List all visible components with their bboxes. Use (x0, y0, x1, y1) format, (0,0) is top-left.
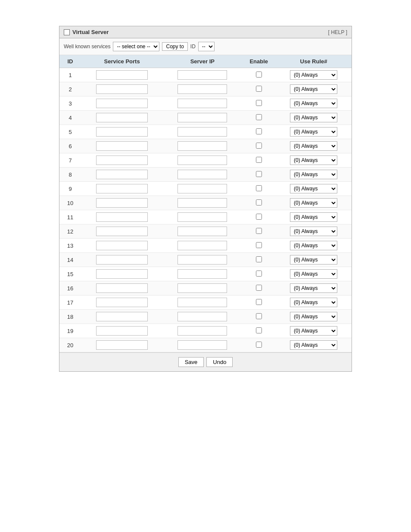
use-rule-select[interactable]: (0) Always (290, 113, 337, 122)
use-rule-select[interactable]: (0) Always (290, 198, 337, 208)
enable-checkbox[interactable] (256, 271, 262, 277)
row-id: 11 (59, 210, 81, 224)
server-ip-input[interactable] (177, 212, 227, 222)
use-rule-select[interactable]: (0) Always (290, 141, 337, 151)
save-button[interactable]: Save (178, 357, 204, 367)
enable-checkbox[interactable] (256, 128, 262, 134)
server-ip-input[interactable] (177, 70, 227, 80)
use-rule-select[interactable]: (0) Always (290, 241, 337, 250)
use-rule-select[interactable]: (0) Always (290, 212, 337, 222)
server-ip-input[interactable] (177, 113, 227, 122)
id-label: ID (190, 44, 196, 50)
server-ip-input[interactable] (177, 283, 227, 293)
service-ports-cell (81, 210, 163, 224)
server-ip-input[interactable] (177, 255, 227, 264)
server-ip-input[interactable] (177, 156, 227, 165)
enable-checkbox[interactable] (256, 72, 262, 78)
enable-checkbox[interactable] (256, 114, 262, 120)
enable-checkbox[interactable] (256, 185, 262, 191)
service-ports-input[interactable] (96, 70, 148, 80)
service-ports-input[interactable] (96, 170, 148, 179)
service-ports-input[interactable] (96, 99, 148, 108)
server-ip-input[interactable] (177, 141, 227, 151)
server-ip-input[interactable] (177, 326, 227, 336)
use-rule-select[interactable]: (0) Always (290, 269, 337, 279)
service-ports-input[interactable] (96, 283, 148, 293)
table-row: 3(0) Always (59, 96, 352, 111)
use-rule-select[interactable]: (0) Always (290, 298, 337, 307)
server-ip-input[interactable] (177, 84, 227, 94)
server-ip-input[interactable] (177, 198, 227, 208)
service-ports-cell (81, 82, 163, 96)
service-ports-input[interactable] (96, 84, 148, 94)
use-rule-select[interactable]: (0) Always (290, 312, 337, 321)
table-row: 13(0) Always (59, 239, 352, 253)
use-rule-cell: (0) Always (276, 139, 352, 153)
use-rule-cell: (0) Always (276, 111, 352, 125)
undo-button[interactable]: Undo (206, 357, 233, 367)
use-rule-select[interactable]: (0) Always (290, 255, 337, 264)
use-rule-cell: (0) Always (276, 182, 352, 196)
service-ports-cell (81, 281, 163, 296)
server-ip-input[interactable] (177, 127, 227, 137)
use-rule-select[interactable]: (0) Always (290, 170, 337, 179)
server-ip-input[interactable] (177, 241, 227, 250)
service-ports-input[interactable] (96, 326, 148, 336)
use-rule-select[interactable]: (0) Always (290, 84, 337, 94)
enable-checkbox[interactable] (256, 299, 262, 305)
use-rule-select[interactable]: (0) Always (290, 326, 337, 336)
help-link[interactable]: [ HELP ] (328, 29, 347, 35)
server-ip-input[interactable] (177, 227, 227, 236)
use-rule-select[interactable]: (0) Always (290, 99, 337, 108)
enable-checkbox[interactable] (256, 214, 262, 220)
id-select[interactable]: -- (198, 42, 215, 51)
service-ports-cell (81, 168, 163, 182)
enable-checkbox[interactable] (256, 242, 262, 248)
enable-checkbox[interactable] (256, 342, 262, 348)
server-ip-input[interactable] (177, 269, 227, 279)
service-ports-input[interactable] (96, 184, 148, 193)
enable-checkbox[interactable] (256, 86, 262, 92)
server-ip-input[interactable] (177, 312, 227, 321)
enable-checkbox[interactable] (256, 171, 262, 177)
service-ports-input[interactable] (96, 127, 148, 137)
col-header-id: ID (59, 55, 81, 68)
service-ports-input[interactable] (96, 269, 148, 279)
use-rule-select[interactable]: (0) Always (290, 156, 337, 165)
copy-to-button[interactable]: Copy to (162, 42, 187, 51)
well-known-select[interactable]: -- select one -- (113, 42, 159, 51)
enable-checkbox[interactable] (256, 327, 262, 333)
service-ports-input[interactable] (96, 312, 148, 321)
service-ports-input[interactable] (96, 198, 148, 208)
service-ports-input[interactable] (96, 255, 148, 264)
service-ports-input[interactable] (96, 340, 148, 350)
col-header-service-ports: Service Ports (81, 55, 163, 68)
server-ip-input[interactable] (177, 170, 227, 179)
service-ports-input[interactable] (96, 141, 148, 151)
enable-checkbox[interactable] (256, 199, 262, 205)
use-rule-select[interactable]: (0) Always (290, 184, 337, 193)
service-ports-input[interactable] (96, 113, 148, 122)
service-ports-input[interactable] (96, 212, 148, 222)
server-ip-input[interactable] (177, 184, 227, 193)
server-ip-input[interactable] (177, 340, 227, 350)
use-rule-select[interactable]: (0) Always (290, 227, 337, 236)
server-ip-input[interactable] (177, 99, 227, 108)
service-ports-input[interactable] (96, 156, 148, 165)
enable-checkbox[interactable] (256, 228, 262, 234)
enable-checkbox[interactable] (256, 313, 262, 319)
enable-checkbox[interactable] (256, 157, 262, 163)
service-ports-input[interactable] (96, 241, 148, 250)
use-rule-select[interactable]: (0) Always (290, 283, 337, 293)
use-rule-select[interactable]: (0) Always (290, 127, 337, 137)
use-rule-select[interactable]: (0) Always (290, 70, 337, 80)
server-ip-input[interactable] (177, 298, 227, 307)
service-ports-input[interactable] (96, 298, 148, 307)
service-ports-input[interactable] (96, 227, 148, 236)
service-ports-cell (81, 139, 163, 153)
enable-checkbox[interactable] (256, 285, 262, 291)
enable-checkbox[interactable] (256, 256, 262, 262)
enable-checkbox[interactable] (256, 143, 262, 149)
enable-checkbox[interactable] (256, 100, 262, 106)
use-rule-select[interactable]: (0) Always (290, 340, 337, 350)
